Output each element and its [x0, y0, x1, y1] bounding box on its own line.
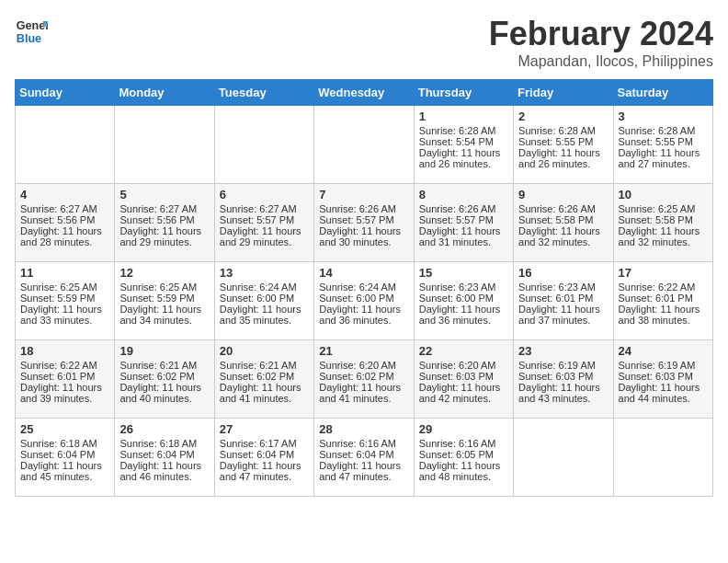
day-number: 22 [419, 344, 508, 358]
calendar-cell: 20Sunrise: 6:21 AMSunset: 6:02 PMDayligh… [214, 340, 313, 419]
calendar-cell: 12Sunrise: 6:25 AMSunset: 5:59 PMDayligh… [115, 262, 214, 340]
day-number: 13 [220, 266, 309, 280]
calendar-cell: 23Sunrise: 6:19 AMSunset: 6:03 PMDayligh… [514, 340, 613, 419]
daylight-text: Daylight: 11 hours and 26 minutes. [518, 147, 600, 169]
sunset-text: Sunset: 6:00 PM [419, 293, 494, 304]
daylight-text: Daylight: 11 hours and 28 minutes. [20, 225, 102, 247]
daylight-text: Daylight: 11 hours and 37 minutes. [518, 304, 600, 326]
sunrise-text: Sunrise: 6:26 AM [319, 203, 396, 214]
calendar-week-row: 4Sunrise: 6:27 AMSunset: 5:56 PMDaylight… [16, 184, 713, 262]
day-number: 27 [220, 422, 309, 436]
sunrise-text: Sunrise: 6:23 AM [419, 282, 496, 293]
location-title: Mapandan, Ilocos, Philippines [489, 53, 713, 70]
calendar-cell: 3Sunrise: 6:28 AMSunset: 5:55 PMDaylight… [613, 106, 712, 184]
sunrise-text: Sunrise: 6:21 AM [119, 360, 197, 371]
daylight-text: Daylight: 11 hours and 42 minutes. [419, 382, 501, 404]
col-header-monday: Monday [115, 80, 214, 106]
day-number: 6 [220, 188, 309, 201]
col-header-thursday: Thursday [414, 80, 513, 106]
calendar-cell [514, 419, 613, 497]
daylight-text: Daylight: 11 hours and 27 minutes. [619, 147, 700, 169]
sunrise-text: Sunrise: 6:17 AM [220, 438, 297, 449]
sunrise-text: Sunrise: 6:19 AM [518, 360, 596, 371]
day-number: 7 [319, 188, 408, 201]
month-year-title: February 2024 [489, 15, 713, 53]
sunrise-text: Sunrise: 6:16 AM [319, 438, 396, 449]
daylight-text: Daylight: 11 hours and 47 minutes. [319, 460, 401, 482]
calendar-cell: 1Sunrise: 6:28 AMSunset: 5:54 PMDaylight… [414, 106, 513, 184]
sunset-text: Sunset: 6:00 PM [220, 293, 294, 304]
sunset-text: Sunset: 5:54 PM [419, 136, 494, 147]
sunset-text: Sunset: 6:04 PM [220, 449, 294, 460]
col-header-wednesday: Wednesday [314, 80, 414, 106]
sunset-text: Sunset: 5:59 PM [20, 293, 95, 304]
sunset-text: Sunset: 6:04 PM [319, 449, 393, 460]
col-header-saturday: Saturday [613, 80, 712, 106]
calendar-cell: 13Sunrise: 6:24 AMSunset: 6:00 PMDayligh… [214, 262, 313, 340]
sunset-text: Sunset: 5:56 PM [20, 214, 95, 225]
calendar-cell: 14Sunrise: 6:24 AMSunset: 6:00 PMDayligh… [314, 262, 414, 340]
sunrise-text: Sunrise: 6:28 AM [518, 125, 596, 136]
sunrise-text: Sunrise: 6:28 AM [619, 125, 696, 136]
calendar-table: SundayMondayTuesdayWednesdayThursdayFrid… [15, 79, 713, 497]
daylight-text: Daylight: 11 hours and 48 minutes. [419, 460, 501, 482]
daylight-text: Daylight: 11 hours and 43 minutes. [518, 382, 600, 404]
day-number: 16 [518, 266, 608, 280]
calendar-cell: 24Sunrise: 6:19 AMSunset: 6:03 PMDayligh… [613, 340, 712, 419]
calendar-cell [314, 106, 414, 184]
sunset-text: Sunset: 5:57 PM [419, 214, 494, 225]
daylight-text: Daylight: 11 hours and 26 minutes. [419, 147, 501, 169]
svg-text:Blue: Blue [17, 32, 41, 45]
sunrise-text: Sunrise: 6:26 AM [419, 203, 496, 214]
sunrise-text: Sunrise: 6:16 AM [419, 438, 496, 449]
calendar-cell: 15Sunrise: 6:23 AMSunset: 6:00 PMDayligh… [414, 262, 513, 340]
sunset-text: Sunset: 6:01 PM [619, 293, 693, 304]
sunset-text: Sunset: 5:55 PM [619, 136, 693, 147]
daylight-text: Daylight: 11 hours and 31 minutes. [419, 225, 501, 247]
sunrise-text: Sunrise: 6:21 AM [220, 360, 297, 371]
sunset-text: Sunset: 6:03 PM [518, 371, 593, 382]
day-number: 12 [119, 266, 209, 280]
sunrise-text: Sunrise: 6:18 AM [119, 438, 197, 449]
calendar-cell: 26Sunrise: 6:18 AMSunset: 6:04 PMDayligh… [115, 419, 214, 497]
calendar-week-row: 1Sunrise: 6:28 AMSunset: 5:54 PMDaylight… [16, 106, 713, 184]
calendar-cell [16, 106, 115, 184]
sunrise-text: Sunrise: 6:25 AM [20, 282, 97, 293]
sunset-text: Sunset: 6:05 PM [419, 449, 494, 460]
day-number: 20 [220, 344, 309, 358]
logo-icon: General Blue [15, 15, 48, 48]
daylight-text: Daylight: 11 hours and 34 minutes. [119, 304, 201, 326]
day-number: 1 [419, 109, 508, 123]
daylight-text: Daylight: 11 hours and 41 minutes. [220, 382, 301, 404]
calendar-cell: 29Sunrise: 6:16 AMSunset: 6:05 PMDayligh… [414, 419, 513, 497]
daylight-text: Daylight: 11 hours and 47 minutes. [220, 460, 301, 482]
day-number: 19 [119, 344, 209, 358]
sunrise-text: Sunrise: 6:27 AM [220, 203, 297, 214]
sunset-text: Sunset: 6:00 PM [319, 293, 393, 304]
calendar-cell: 8Sunrise: 6:26 AMSunset: 5:57 PMDaylight… [414, 184, 513, 262]
calendar-week-row: 11Sunrise: 6:25 AMSunset: 5:59 PMDayligh… [16, 262, 713, 340]
calendar-cell: 10Sunrise: 6:25 AMSunset: 5:58 PMDayligh… [613, 184, 712, 262]
sunset-text: Sunset: 5:57 PM [319, 214, 393, 225]
sunset-text: Sunset: 6:02 PM [119, 371, 194, 382]
day-number: 25 [20, 422, 109, 436]
sunset-text: Sunset: 5:58 PM [619, 214, 693, 225]
day-number: 5 [119, 188, 209, 201]
daylight-text: Daylight: 11 hours and 30 minutes. [319, 225, 401, 247]
daylight-text: Daylight: 11 hours and 36 minutes. [419, 304, 501, 326]
daylight-text: Daylight: 11 hours and 29 minutes. [119, 225, 201, 247]
calendar-cell [214, 106, 313, 184]
calendar-cell: 7Sunrise: 6:26 AMSunset: 5:57 PMDaylight… [314, 184, 414, 262]
day-number: 14 [319, 266, 408, 280]
sunrise-text: Sunrise: 6:23 AM [518, 282, 596, 293]
sunrise-text: Sunrise: 6:22 AM [20, 360, 97, 371]
logo: General Blue [15, 15, 48, 48]
sunrise-text: Sunrise: 6:28 AM [419, 125, 496, 136]
col-header-tuesday: Tuesday [214, 80, 313, 106]
daylight-text: Daylight: 11 hours and 35 minutes. [220, 304, 301, 326]
sunrise-text: Sunrise: 6:19 AM [619, 360, 696, 371]
sunset-text: Sunset: 6:03 PM [619, 371, 693, 382]
day-number: 15 [419, 266, 508, 280]
day-number: 9 [518, 188, 608, 201]
sunrise-text: Sunrise: 6:27 AM [119, 203, 197, 214]
